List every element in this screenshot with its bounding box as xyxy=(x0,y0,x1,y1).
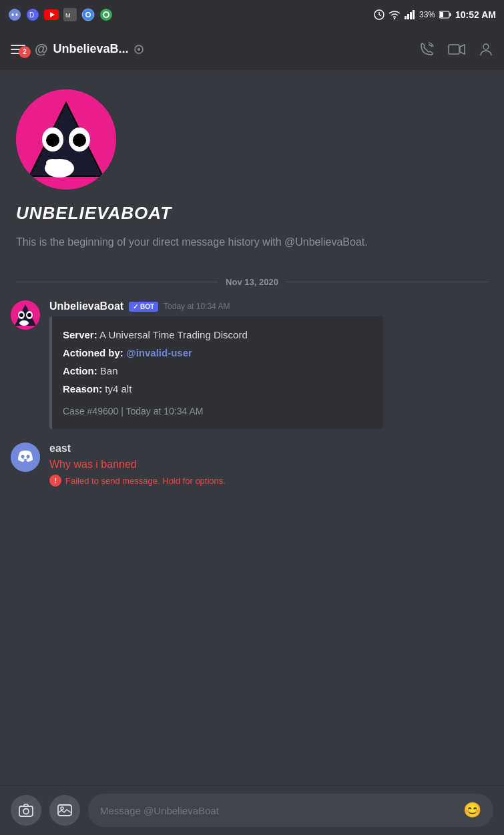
camera-button[interactable] xyxy=(11,795,41,826)
messages-area: UnbelievaBoat ✓ BOT Today at 10:34 AM Se… xyxy=(0,300,504,487)
nav-icons xyxy=(419,41,493,57)
svg-rect-19 xyxy=(405,16,407,19)
bot-timestamp: Today at 10:34 AM xyxy=(164,302,230,311)
date-divider-text: Nov 13, 2020 xyxy=(226,277,278,287)
svg-rect-20 xyxy=(407,14,409,19)
wifi-icon xyxy=(389,9,401,20)
profile-username: UNBELIEVABOAT xyxy=(16,203,488,224)
discord-icon-1 xyxy=(8,8,21,21)
top-nav: 2 @ UnbelievaB... xyxy=(0,29,504,69)
svg-point-2 xyxy=(16,13,18,16)
message-input-placeholder: Message @UnbelievaBoat xyxy=(100,805,219,816)
svg-line-17 xyxy=(379,15,381,16)
svg-rect-28 xyxy=(449,45,459,54)
svg-point-27 xyxy=(138,48,140,51)
svg-point-14 xyxy=(104,13,108,17)
profile-avatar xyxy=(16,89,116,190)
person-icon[interactable] xyxy=(479,42,493,57)
svg-rect-25 xyxy=(440,12,443,17)
date-divider: Nov 13, 2020 xyxy=(16,277,488,287)
status-bar: D M xyxy=(0,0,504,29)
svg-point-35 xyxy=(46,133,59,147)
phone-icon[interactable] xyxy=(419,41,435,57)
profile-section: UNBELIEVABOAT This is the beginning of y… xyxy=(0,69,504,264)
svg-rect-22 xyxy=(413,10,415,19)
svg-point-30 xyxy=(483,44,489,49)
svg-point-46 xyxy=(19,320,29,326)
main-content: UNBELIEVABOAT This is the beginning of y… xyxy=(0,69,504,553)
svg-point-51 xyxy=(23,809,29,814)
emoji-button[interactable]: 😊 xyxy=(463,802,481,819)
bot-message-row: UnbelievaBoat ✓ BOT Today at 10:34 AM Se… xyxy=(11,300,493,429)
status-bar-right: 33% 10:52 AM xyxy=(374,9,496,20)
video-icon[interactable] xyxy=(448,43,465,55)
svg-point-53 xyxy=(61,807,63,810)
svg-point-38 xyxy=(46,159,59,167)
svg-point-36 xyxy=(73,133,86,147)
bot-avatar-small xyxy=(11,300,40,330)
image-icon xyxy=(57,804,72,817)
svg-rect-50 xyxy=(19,806,33,816)
app-icons-row: D M xyxy=(8,8,113,21)
battery-text: 33% xyxy=(419,10,435,19)
notification-badge: 2 xyxy=(19,46,31,58)
status-bar-left: D M xyxy=(8,8,113,21)
image-button[interactable] xyxy=(49,795,80,826)
message-input-area[interactable]: Message @UnbelievaBoat 😊 xyxy=(88,794,493,827)
user-message-content: east Why was i banned ! Failed to send m… xyxy=(49,443,493,487)
app-icon-4: M xyxy=(63,8,77,21)
dot-icon xyxy=(134,45,144,54)
svg-point-48 xyxy=(21,455,25,459)
svg-point-18 xyxy=(394,18,395,19)
divider-line-left xyxy=(16,282,218,282)
hamburger-menu[interactable]: 2 xyxy=(11,45,25,54)
profile-description: This is the beginning of your direct mes… xyxy=(16,234,488,250)
discord-icon-2: D xyxy=(26,8,39,21)
camera-icon xyxy=(19,804,33,817)
failed-message-text: Failed to send message. Hold for options… xyxy=(65,476,226,486)
bot-badge-label: ✓ BOT xyxy=(133,303,154,310)
svg-rect-24 xyxy=(450,13,451,17)
bottom-spacer xyxy=(0,500,504,553)
embed-server-line: Server: A Universal Time Trading Discord xyxy=(63,326,372,344)
embed-action-line: Action: Ban xyxy=(63,362,372,380)
bot-username: UnbelievaBoat xyxy=(49,300,123,312)
svg-point-11 xyxy=(87,13,90,17)
svg-point-44 xyxy=(19,313,23,317)
error-icon: ! xyxy=(49,475,61,487)
bot-message-content: UnbelievaBoat ✓ BOT Today at 10:34 AM Se… xyxy=(49,300,493,429)
bot-avatar-image xyxy=(16,89,116,190)
svg-point-45 xyxy=(27,313,31,317)
svg-point-1 xyxy=(12,13,14,16)
signal-icon xyxy=(405,10,415,19)
youtube-icon xyxy=(44,9,59,20)
chrome-icon-2 xyxy=(99,8,113,21)
svg-marker-29 xyxy=(460,45,465,54)
divider-line-right xyxy=(286,282,488,282)
embed-reason-line: Reason: ty4 alt xyxy=(63,380,372,398)
svg-rect-21 xyxy=(410,12,412,19)
svg-rect-52 xyxy=(58,805,71,816)
user-avatar xyxy=(11,443,40,472)
user-username: east xyxy=(49,443,71,455)
chrome-icon-1 xyxy=(81,8,95,21)
bot-message-header: UnbelievaBoat ✓ BOT Today at 10:34 AM xyxy=(49,300,493,312)
bot-badge: ✓ BOT xyxy=(129,302,158,312)
channel-name-text: UnbelievaB... xyxy=(53,42,129,56)
bot-avatar xyxy=(11,300,40,330)
svg-text:D: D xyxy=(29,11,34,19)
battery-icon xyxy=(439,11,451,19)
user-message-row: east Why was i banned ! Failed to send m… xyxy=(11,443,493,487)
svg-text:M: M xyxy=(65,12,71,19)
user-message-header: east xyxy=(49,443,493,455)
embed-case-info: Case #49600 | Today at 10:34 AM xyxy=(63,403,372,420)
bottom-bar: Message @UnbelievaBoat 😊 xyxy=(0,785,504,835)
clock-icon xyxy=(374,9,385,20)
embed-card: Server: A Universal Time Trading Discord… xyxy=(49,316,383,429)
svg-point-49 xyxy=(27,455,30,459)
user-avatar-image xyxy=(11,443,40,472)
channel-name-area: @ UnbelievaB... xyxy=(35,41,419,57)
svg-point-0 xyxy=(9,9,21,21)
at-symbol: @ xyxy=(35,41,48,57)
embed-actioned-line: Actioned by: @invalid-user xyxy=(63,344,372,362)
